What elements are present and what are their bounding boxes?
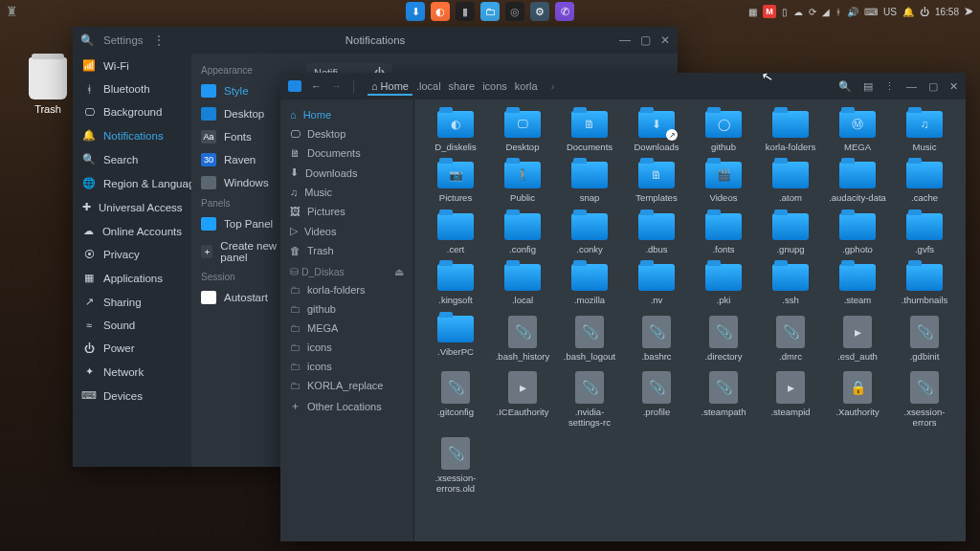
place-documents[interactable]: 🗎Documents [280, 143, 413, 163]
tray-phone-icon[interactable]: ▯ [782, 7, 788, 17]
file-item[interactable]: ▸.ICEauthority [491, 369, 554, 430]
tray-clock[interactable]: 16:58 [935, 7, 959, 17]
settings-item-power[interactable]: ⏻Power [73, 337, 191, 360]
file-item[interactable]: ▸.esd_auth [826, 314, 889, 364]
path-segment[interactable]: .local [412, 78, 445, 94]
view-grid-button[interactable]: ▤ [863, 80, 873, 93]
tray-volume-icon[interactable]: 🔊 [847, 7, 858, 17]
place-music[interactable]: ♫Music [280, 183, 413, 202]
settings-item-network[interactable]: ✦Network [73, 360, 191, 384]
tray-bluetooth-icon[interactable]: ᚼ [835, 7, 841, 17]
file-item[interactable]: .dbus [625, 211, 688, 256]
settings-item-background[interactable]: 🖵Background [73, 100, 191, 123]
file-item[interactable]: .steam [826, 262, 889, 307]
file-item[interactable]: 🚶Public [491, 160, 554, 205]
dock-download-icon[interactable]: ⬇ [406, 2, 425, 21]
tray-chevron-icon[interactable]: ⮞ [965, 7, 974, 17]
file-item[interactable]: .audacity-data [826, 160, 889, 205]
settings-item-devices[interactable]: ⌨Devices [73, 384, 191, 408]
search-icon[interactable]: 🔍 [838, 80, 852, 93]
file-item[interactable]: .gnupg [759, 211, 822, 256]
dock-files-icon[interactable]: 🗀 [480, 2, 500, 21]
file-item[interactable]: 📎.gitconfig [424, 369, 487, 430]
settings-item-region-language[interactable]: 🌐Region & Language [73, 171, 191, 195]
files-view[interactable]: ◐D_diskelis🖵Desktop🗎Documents⬇↗Downloads… [414, 99, 966, 541]
file-item[interactable]: .atom [759, 160, 822, 205]
file-item[interactable]: ⬇↗Downloads [625, 109, 688, 154]
file-item[interactable]: ⓂMEGA [826, 109, 889, 154]
tray-wifi-icon[interactable]: ◢ [822, 7, 830, 17]
dock-circle-icon[interactable]: ◎ [505, 2, 524, 21]
dock-viber-icon[interactable]: ✆ [555, 2, 574, 21]
dock-settings-icon[interactable]: ⚙ [530, 2, 549, 21]
bookmark-item[interactable]: 🗀MEGA [280, 319, 413, 338]
volume-icon[interactable] [288, 80, 301, 92]
settings-item-bluetooth[interactable]: ᚼBluetooth [73, 77, 191, 100]
file-item[interactable]: .gvfs [893, 211, 956, 256]
file-item[interactable]: .conky [558, 211, 621, 256]
path-chevron-icon[interactable]: › [551, 80, 555, 92]
tray-keyboard-icon[interactable]: ⌨ [864, 7, 878, 17]
file-item[interactable]: 📎.directory [692, 314, 755, 364]
file-item[interactable]: .thumbnails [893, 262, 956, 307]
file-item[interactable]: ♫Music [893, 109, 956, 154]
file-item[interactable]: 📎.xsession-errors [893, 369, 956, 430]
bookmark-item[interactable]: 🗀icons [280, 338, 413, 357]
bookmark-item[interactable]: 🗀icons [280, 357, 413, 376]
file-item[interactable]: 📎.dmrc [759, 314, 822, 364]
file-item[interactable]: .mozilla [558, 262, 621, 307]
hamburger-menu-button[interactable]: ⋮ [884, 80, 895, 93]
place-trash[interactable]: 🗑Trash [280, 241, 413, 260]
menu-icon[interactable]: ⋮ [153, 33, 165, 47]
file-item[interactable]: snap [558, 160, 621, 205]
close-button[interactable]: ✕ [949, 80, 958, 93]
file-item[interactable]: .kingsoft [424, 262, 487, 307]
file-item[interactable]: 🗎Documents [558, 109, 621, 154]
file-item[interactable]: .ViberPC [424, 314, 487, 364]
eject-icon[interactable]: ⏏ [394, 266, 404, 277]
desktop-trash[interactable]: Trash [29, 57, 67, 115]
file-item[interactable]: 📎.bash_history [491, 314, 554, 364]
minimize-button[interactable]: — [906, 80, 917, 92]
file-item[interactable]: 📎.xsession-errors.old [424, 435, 487, 496]
bookmark-item[interactable]: 🗀korla-folders [280, 280, 413, 299]
file-item[interactable]: .cert [424, 211, 487, 256]
settings-item-online-accounts[interactable]: ☁Online Accounts [73, 219, 191, 243]
file-item[interactable]: .gphoto [826, 211, 889, 256]
settings-item-search[interactable]: 🔍Search [73, 147, 191, 171]
path-segment[interactable]: icons [479, 78, 511, 94]
maximize-button[interactable]: ▢ [640, 33, 651, 47]
nav-back-button[interactable]: ← [311, 80, 322, 92]
tray-sync-icon[interactable]: ⟳ [809, 7, 816, 17]
place-desktop[interactable]: 🖵Desktop [280, 124, 413, 143]
file-item[interactable]: ◐D_diskelis [424, 109, 487, 154]
file-item[interactable]: .config [491, 211, 554, 256]
dock-terminal-icon[interactable]: ▮ [456, 2, 475, 21]
file-item[interactable]: .ssh [759, 262, 822, 307]
file-item[interactable]: 📷Pictures [424, 160, 487, 205]
place-pictures[interactable]: 🖼Pictures [280, 202, 413, 221]
minimize-button[interactable]: — [619, 33, 631, 47]
place-downloads[interactable]: ⬇Downloads [280, 163, 413, 183]
other-locations[interactable]: ＋Other Locations [280, 395, 413, 417]
file-item[interactable]: 🎬Videos [692, 160, 755, 205]
file-item[interactable]: 📎.gdbinit [893, 314, 956, 364]
file-item[interactable]: korla-folders [759, 109, 822, 154]
settings-item-privacy[interactable]: ⦿Privacy [73, 243, 191, 266]
file-item[interactable]: ▸.steampid [759, 369, 822, 430]
file-item[interactable]: 🗎Templates [625, 160, 688, 205]
file-item[interactable]: .nv [625, 262, 688, 307]
path-segment[interactable]: korla [511, 78, 542, 94]
file-item[interactable]: 📎.bash_logout [558, 314, 621, 364]
tray-mega-icon[interactable]: M [763, 5, 776, 18]
settings-item-wi-fi[interactable]: 📶Wi-Fi [73, 54, 191, 77]
place-home[interactable]: ⌂Home [280, 105, 413, 124]
bookmark-item[interactable]: 🗀KORLA_replace [280, 376, 413, 395]
file-item[interactable]: 🔒.Xauthority [826, 369, 889, 430]
search-icon[interactable]: 🔍 [80, 33, 94, 47]
file-item[interactable]: 📎.steampath [692, 369, 755, 430]
close-button[interactable]: ✕ [660, 33, 670, 47]
settings-item-sound[interactable]: ≈Sound [73, 314, 191, 337]
file-item[interactable]: 🖵Desktop [491, 109, 554, 154]
path-segment[interactable]: ⌂ Home [368, 78, 412, 96]
